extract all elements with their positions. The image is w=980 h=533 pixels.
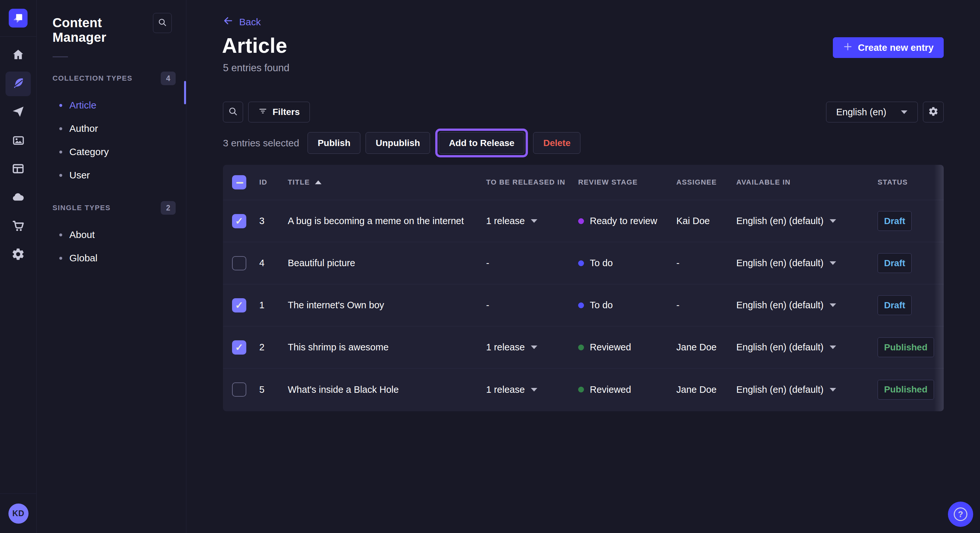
selected-count: 3 entries selected: [223, 138, 299, 149]
add-to-release-button[interactable]: Add to Release: [439, 132, 524, 154]
stage-dot: [578, 387, 584, 392]
delete-button[interactable]: Delete: [533, 132, 581, 154]
gear-icon: [928, 106, 939, 118]
row-assignee: -: [676, 300, 736, 311]
view-settings-button[interactable]: [923, 102, 944, 122]
row-checkbox[interactable]: [232, 214, 246, 228]
sidebar-search-button[interactable]: [153, 13, 172, 33]
entries-table: ID TITLE TO BE RELEASED IN REVIEW STAGE …: [223, 165, 944, 411]
unpublish-button[interactable]: Unpublish: [366, 132, 430, 154]
nav-marketplace[interactable]: [5, 214, 31, 239]
table-row[interactable]: 1 The internet's Own boy - To do - Engli…: [223, 284, 944, 327]
sidebar-item-user[interactable]: User: [37, 163, 186, 187]
bullet-icon: [59, 127, 62, 130]
nav-releases[interactable]: [5, 100, 31, 125]
sidebar-divider: [52, 56, 68, 57]
row-assignee: Kai Doe: [676, 216, 736, 226]
chevron-down-icon: [530, 388, 538, 392]
nav-content-type-builder[interactable]: [5, 157, 31, 182]
row-locale[interactable]: English (en) (default): [736, 300, 878, 311]
help-button[interactable]: ?: [948, 501, 973, 527]
icon-rail: KD: [0, 0, 37, 533]
col-status[interactable]: STATUS: [878, 178, 944, 187]
nav-home[interactable]: [5, 43, 31, 68]
main-content: Back Article 5 entries found Create new …: [186, 0, 980, 533]
row-checkbox[interactable]: [232, 298, 246, 313]
gear-icon: [11, 247, 25, 262]
row-stage: To do: [578, 300, 676, 311]
row-checkbox[interactable]: [232, 382, 246, 397]
col-title[interactable]: TITLE: [288, 178, 486, 187]
col-assignee[interactable]: ASSIGNEE: [676, 178, 736, 187]
row-release: -: [486, 300, 578, 311]
row-title: A bug is becoming a meme on the internet: [288, 216, 486, 226]
row-id: 5: [259, 384, 288, 395]
row-title: What's inside a Black Hole: [288, 384, 486, 395]
col-release[interactable]: TO BE RELEASED IN: [486, 178, 578, 187]
table-row[interactable]: 5 What's inside a Black Hole 1 release R…: [223, 368, 944, 411]
bullet-icon: [59, 104, 62, 107]
stage-dot: [578, 260, 584, 266]
page-title: Article: [222, 34, 287, 58]
table-row[interactable]: 4 Beautiful picture - To do - English (e…: [223, 242, 944, 284]
sidebar-scrollbar-thumb[interactable]: [184, 81, 186, 104]
sidebar-item-global[interactable]: Global: [37, 246, 186, 270]
row-locale[interactable]: English (en) (default): [736, 258, 878, 268]
rail-footer: KD: [0, 493, 37, 533]
sort-ascending-icon: [315, 180, 321, 185]
col-available[interactable]: AVAILABLE IN: [736, 178, 878, 187]
row-locale[interactable]: English (en) (default): [736, 342, 878, 353]
sidebar-item-about[interactable]: About: [37, 223, 186, 246]
search-icon: [228, 106, 238, 118]
sidebar-item-label: Author: [69, 123, 98, 134]
arrow-left-icon: [223, 16, 233, 28]
status-badge: Draft: [878, 295, 912, 315]
sidebar-item-category[interactable]: Category: [37, 140, 186, 163]
back-link[interactable]: Back: [223, 16, 261, 28]
status-badge: Draft: [878, 211, 912, 231]
single-types-section: SINGLE TYPES 2 About Global: [37, 201, 186, 270]
nav-media-library[interactable]: [5, 128, 31, 153]
row-checkbox[interactable]: [232, 256, 246, 270]
stage-dot: [578, 218, 584, 224]
chevron-down-icon: [829, 219, 837, 223]
bullet-icon: [59, 151, 62, 154]
search-button[interactable]: [223, 102, 243, 122]
filters-button[interactable]: Filters: [248, 102, 310, 122]
cart-icon: [11, 219, 25, 234]
nav-content-manager[interactable]: [5, 71, 31, 96]
row-title: The internet's Own boy: [288, 300, 486, 311]
col-stage[interactable]: REVIEW STAGE: [578, 178, 676, 187]
row-release[interactable]: 1 release: [486, 216, 578, 226]
table-row[interactable]: 2 This shrimp is awesome 1 release Revie…: [223, 327, 944, 368]
publish-button[interactable]: Publish: [307, 132, 360, 154]
nav-deploy[interactable]: [5, 186, 31, 210]
row-assignee: -: [676, 258, 736, 268]
locale-select[interactable]: English (en): [826, 102, 918, 122]
row-stage: Ready to review: [578, 216, 676, 226]
row-release: -: [486, 258, 578, 268]
strapi-logo[interactable]: [9, 9, 27, 27]
create-new-entry-button[interactable]: Create new entry: [833, 37, 944, 58]
chevron-down-icon: [900, 110, 908, 114]
row-release[interactable]: 1 release: [486, 384, 578, 395]
col-id[interactable]: ID: [259, 178, 288, 187]
feather-icon: [11, 76, 25, 91]
status-badge: Draft: [878, 253, 912, 273]
row-locale[interactable]: English (en) (default): [736, 216, 878, 226]
create-new-entry-label: Create new entry: [858, 43, 934, 53]
sidebar-item-author[interactable]: Author: [37, 117, 186, 140]
question-icon: ?: [954, 508, 967, 521]
status-badge: Published: [878, 338, 934, 357]
chevron-down-icon: [829, 345, 837, 349]
nav-settings[interactable]: [5, 243, 31, 267]
row-checkbox[interactable]: [232, 340, 246, 355]
row-title: Beautiful picture: [288, 258, 486, 268]
row-locale[interactable]: English (en) (default): [736, 384, 878, 395]
sidebar-item-article[interactable]: Article: [37, 94, 186, 117]
user-avatar[interactable]: KD: [8, 503, 29, 523]
send-icon: [11, 105, 25, 120]
row-release[interactable]: 1 release: [486, 342, 578, 353]
select-all-checkbox[interactable]: [232, 175, 246, 189]
table-row[interactable]: 3 A bug is becoming a meme on the intern…: [223, 200, 944, 242]
